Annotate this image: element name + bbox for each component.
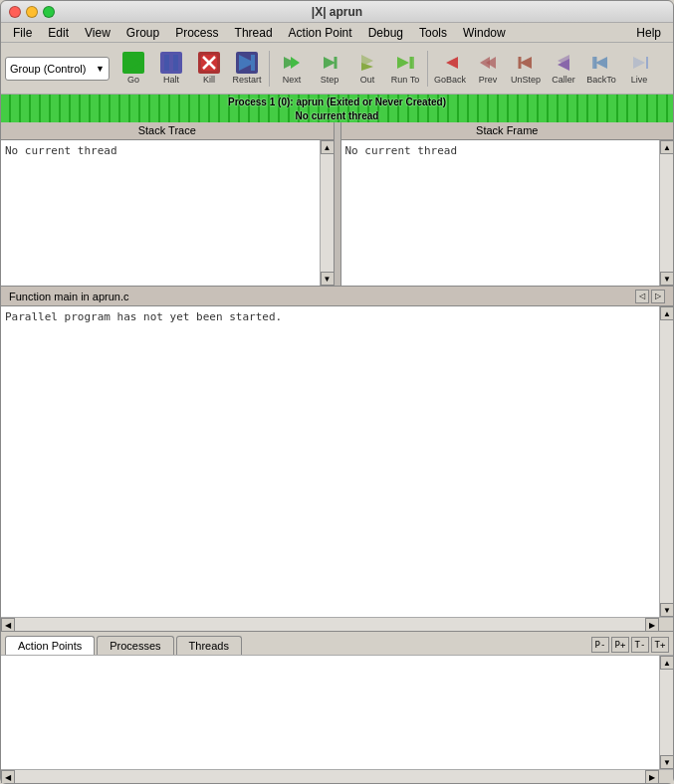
code-content: Parallel program has not yet been starte… xyxy=(5,310,282,323)
stack-frame-scroll-down[interactable]: ▼ xyxy=(660,272,673,286)
menu-tools[interactable]: Tools xyxy=(411,24,455,42)
bottom-scroll-corner xyxy=(659,770,673,783)
code-scroll-left[interactable]: ◀ xyxy=(1,618,15,632)
code-panel-wrapper: Parallel program has not yet been starte… xyxy=(1,306,673,617)
tab-ctrl-p-plus[interactable]: P+ xyxy=(611,637,629,653)
bottom-panel-content[interactable] xyxy=(1,656,659,769)
halt-button[interactable]: Halt xyxy=(153,47,189,91)
runto-button[interactable]: Run To xyxy=(387,47,423,91)
window-title: |X| aprun xyxy=(312,5,362,19)
svg-marker-9 xyxy=(291,57,300,69)
stack-frame-content[interactable]: No current thread xyxy=(341,140,660,286)
step-label: Step xyxy=(321,75,339,85)
code-h-scroll-track[interactable] xyxy=(15,618,645,631)
caller-button[interactable]: Caller xyxy=(546,47,581,91)
go-button[interactable]: Go xyxy=(115,47,151,91)
bottom-content: ▲ ▼ xyxy=(1,655,673,769)
menu-window[interactable]: Window xyxy=(455,24,514,42)
step-button[interactable]: Step xyxy=(312,47,347,91)
kill-icon xyxy=(198,52,220,74)
stack-frame-scroll-up[interactable]: ▲ xyxy=(660,140,673,154)
tab-threads[interactable]: Threads xyxy=(176,636,242,655)
menu-action-point[interactable]: Action Point xyxy=(281,24,360,42)
goback-label: GoBack xyxy=(434,75,466,85)
runto-icon xyxy=(394,52,416,74)
backto-icon xyxy=(590,52,612,74)
minimize-button[interactable] xyxy=(26,6,38,18)
main-area: Stack Trace No current thread ▲ ▼ Stack … xyxy=(1,122,673,783)
dropdown-arrow[interactable]: ▼ xyxy=(96,64,105,74)
svg-marker-17 xyxy=(446,57,458,69)
stack-frame-header: Stack Frame xyxy=(341,122,674,140)
traffic-lights xyxy=(9,6,55,18)
live-button[interactable]: Live xyxy=(621,47,657,91)
goback-button[interactable]: GoBack xyxy=(432,47,468,91)
tab-controls: P- P+ T- T+ xyxy=(591,637,669,655)
bottom-scroll-track[interactable] xyxy=(660,670,673,755)
menu-edit[interactable]: Edit xyxy=(40,24,77,42)
prev-label: Prev xyxy=(479,75,498,85)
tab-action-points[interactable]: Action Points xyxy=(5,636,95,656)
runto-label: Run To xyxy=(391,75,419,85)
halt-label: Halt xyxy=(163,75,179,85)
prev-button[interactable]: Prev xyxy=(470,47,506,91)
stack-frame-scrollbar[interactable]: ▲ ▼ xyxy=(659,140,673,286)
stack-trace-scroll-down[interactable]: ▼ xyxy=(321,272,334,286)
stack-trace-scroll-up[interactable]: ▲ xyxy=(321,140,334,154)
stack-frame-text: No current thread xyxy=(345,144,458,157)
code-scroll-right[interactable]: ▶ xyxy=(645,618,659,632)
tab-ctrl-p-minus[interactable]: P- xyxy=(591,637,609,653)
stack-divider[interactable] xyxy=(334,122,341,286)
scroll-corner xyxy=(659,618,673,631)
main-window: |X| aprun File Edit View Group Process T… xyxy=(0,0,674,784)
tab-processes[interactable]: Processes xyxy=(97,636,173,655)
backto-label: BackTo xyxy=(586,75,616,85)
toolbar: Group (Control) ▼ Go Halt xyxy=(1,43,673,95)
bottom-scroll-down[interactable]: ▼ xyxy=(660,755,673,769)
code-h-scrollbar[interactable]: ◀ ▶ xyxy=(1,617,673,631)
menu-thread[interactable]: Thread xyxy=(227,24,281,42)
unstep-button[interactable]: UnStep xyxy=(508,47,544,91)
out-button[interactable]: Out xyxy=(349,47,385,91)
menu-group[interactable]: Group xyxy=(118,24,167,42)
svg-marker-20 xyxy=(520,57,532,69)
next-button[interactable]: Next xyxy=(274,47,310,91)
restart-button[interactable]: Restart xyxy=(229,47,265,91)
tab-ctrl-t-minus[interactable]: T- xyxy=(631,637,649,653)
bottom-scroll-up[interactable]: ▲ xyxy=(660,656,673,670)
thread-status: No current thread xyxy=(296,110,379,121)
func-nav-left[interactable]: ◁ xyxy=(635,290,649,303)
stack-trace-content[interactable]: No current thread xyxy=(1,140,320,286)
bottom-scroll-left[interactable]: ◀ xyxy=(1,770,15,783)
stack-trace-scrollbar[interactable]: ▲ ▼ xyxy=(320,140,334,286)
close-button[interactable] xyxy=(9,6,21,18)
tab-ctrl-t-plus[interactable]: T+ xyxy=(651,637,669,653)
step-icon xyxy=(319,52,340,74)
code-scroll-track[interactable] xyxy=(660,320,673,603)
code-scroll-up[interactable]: ▲ xyxy=(660,306,673,320)
menu-debug[interactable]: Debug xyxy=(360,24,411,42)
kill-button[interactable]: Kill xyxy=(191,47,227,91)
stack-frame-scroll-track[interactable] xyxy=(660,154,673,272)
menu-file[interactable]: File xyxy=(5,24,40,42)
bottom-scroll-right[interactable]: ▶ xyxy=(645,770,659,783)
bottom-scrollbar[interactable]: ▲ ▼ xyxy=(659,656,673,769)
backto-button[interactable]: BackTo xyxy=(583,47,619,91)
code-scroll-down[interactable]: ▼ xyxy=(660,603,673,617)
halt-icon xyxy=(160,52,182,74)
menu-help[interactable]: Help xyxy=(628,24,669,42)
code-panel[interactable]: Parallel program has not yet been starte… xyxy=(1,306,659,617)
menu-process[interactable]: Process xyxy=(167,24,226,42)
stack-trace-panel: Stack Trace No current thread ▲ ▼ xyxy=(1,122,334,286)
maximize-button[interactable] xyxy=(43,6,55,18)
group-dropdown[interactable]: Group (Control) ▼ xyxy=(5,57,110,81)
bottom-h-scrollbar[interactable]: ◀ ▶ xyxy=(1,769,673,783)
stack-trace-text: No current thread xyxy=(5,144,117,157)
func-nav-right[interactable]: ▷ xyxy=(651,290,665,303)
stack-frame-panel: Stack Frame No current thread ▲ ▼ xyxy=(341,122,674,286)
code-scrollbar[interactable]: ▲ ▼ xyxy=(659,306,673,617)
next-label: Next xyxy=(283,75,302,85)
bottom-h-scroll-track[interactable] xyxy=(15,770,645,783)
menu-view[interactable]: View xyxy=(77,24,118,42)
stack-trace-scroll-track[interactable] xyxy=(321,154,334,272)
